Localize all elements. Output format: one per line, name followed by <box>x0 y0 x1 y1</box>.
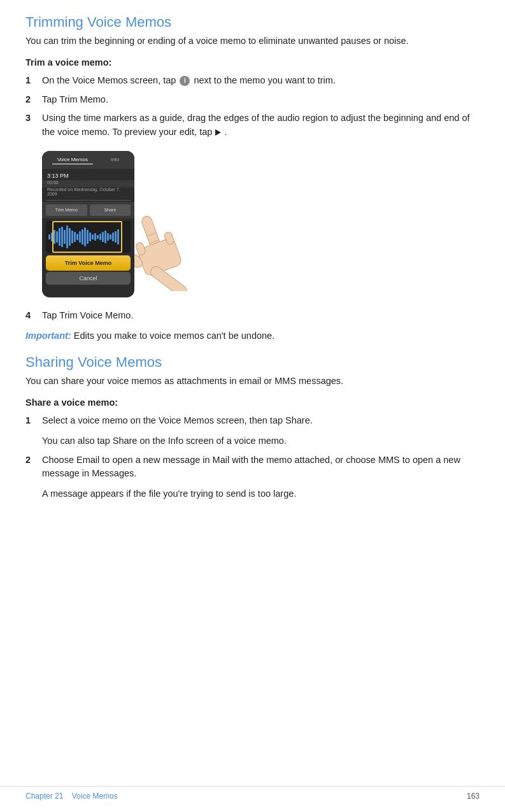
trim-step-1: 1 On the Voice Memos screen, tap i next … <box>25 74 480 88</box>
footer-chapter: Chapter 21 Voice Memos <box>25 792 118 801</box>
share-note-1: You can also tap Share on the Info scree… <box>42 434 480 448</box>
share-step-number-1: 1 <box>25 414 42 428</box>
sharing-title: Sharing Voice Memos <box>25 354 480 371</box>
trim-step-4-content: Tap Trim Voice Memo. <box>42 309 480 323</box>
trim-step-4: 4 Tap Trim Voice Memo. <box>25 309 480 323</box>
screen-trim-memo-btn[interactable]: Trim Memo <box>46 204 87 216</box>
screen-tab-voice-memos: Voice Memos <box>52 155 93 164</box>
trim-step-1-text-before: On the Voice Memos screen, tap <box>42 75 178 85</box>
device-screenshot: Voice Memos Info 3:13 PM 00:00 Recorded … <box>42 151 134 297</box>
share-how-to-label: Share a voice memo: <box>25 397 480 408</box>
step-number-4: 4 <box>25 309 42 323</box>
trim-steps-list: 1 On the Voice Memos screen, tap i next … <box>25 74 480 139</box>
share-step-1: 1 Select a voice memo on the Voice Memos… <box>25 414 480 428</box>
sharing-section: Sharing Voice Memos You can share your v… <box>25 354 480 501</box>
screen-waveform <box>46 221 131 253</box>
important-text: Edits you make to voice memos can't be u… <box>74 331 275 341</box>
share-note-2: A message appears if the file you're try… <box>42 487 480 501</box>
screen-cancel-btn[interactable]: Cancel <box>46 272 131 285</box>
trim-step-3-text-after: . <box>224 127 227 137</box>
footer-chapter-label: Chapter 21 <box>25 792 63 801</box>
trim-step-2: 2 Tap Trim Memo. <box>25 93 480 107</box>
trim-step-3-content: Using the time markers as a guide, drag … <box>42 111 480 139</box>
share-steps-list: 1 Select a voice memo on the Voice Memos… <box>25 414 480 428</box>
important-block: Important: Edits you make to voice memos… <box>25 329 480 343</box>
page-content: Trimming Voice Memos You can trim the be… <box>0 0 505 545</box>
trimming-intro: You can trim the beginning or ending of … <box>25 34 480 48</box>
screen-date-recorded: Recorded on Wednesday, October 7, 2009 <box>42 187 134 199</box>
sharing-intro: You can share your voice memos as attach… <box>25 374 480 388</box>
important-label: Important: <box>25 331 71 341</box>
trim-how-to-label: Trim a voice memo: <box>25 57 480 68</box>
play-icon <box>215 129 221 136</box>
share-step-2: 2 Choose Email to open a new message in … <box>25 453 480 481</box>
info-icon: i <box>180 76 190 86</box>
footer-page-number: 163 <box>467 792 480 801</box>
trim-step-1-text-after: next to the memo you want to trim. <box>194 75 335 85</box>
screen-share-btn[interactable]: Share <box>90 204 131 216</box>
device-image-block: Voice Memos Info 3:13 PM 00:00 Recorded … <box>42 151 480 297</box>
share-step-2-content: Choose Email to open a new message in Ma… <box>42 453 480 481</box>
share-step2-list: 2 Choose Email to open a new message in … <box>25 453 480 481</box>
step-number-3: 3 <box>25 111 42 139</box>
screen-date: 00:00 <box>42 180 134 187</box>
step-number-2: 2 <box>25 93 42 107</box>
share-step-number-2: 2 <box>25 453 42 481</box>
page-footer: Chapter 21 Voice Memos 163 <box>0 786 505 801</box>
step-number-1: 1 <box>25 74 42 88</box>
screen-time: 3:13 PM <box>42 169 134 180</box>
footer-chapter-link: Voice Memos <box>72 792 118 801</box>
trim-step-3-text-before: Using the time markers as a guide, drag … <box>42 113 469 137</box>
screen-tab-info: Info <box>106 155 124 164</box>
trim-step-3: 3 Using the time markers as a guide, dra… <box>25 111 480 139</box>
screen-divider <box>46 200 131 201</box>
trim-step-1-content: On the Voice Memos screen, tap i next to… <box>42 74 480 88</box>
screen-trim-voice-memo-btn[interactable]: Trim Voice Memo <box>46 255 131 271</box>
screen-buttons: Trim Memo Share <box>42 202 134 218</box>
share-step-1-content: Select a voice memo on the Voice Memos s… <box>42 414 480 428</box>
screen-header: Voice Memos Info <box>42 151 134 169</box>
trimming-title: Trimming Voice Memos <box>25 14 480 31</box>
trim-selection-overlay <box>52 221 122 253</box>
trim-step-2-content: Tap Trim Memo. <box>42 93 480 107</box>
trim-step4-list: 4 Tap Trim Voice Memo. <box>25 309 480 323</box>
